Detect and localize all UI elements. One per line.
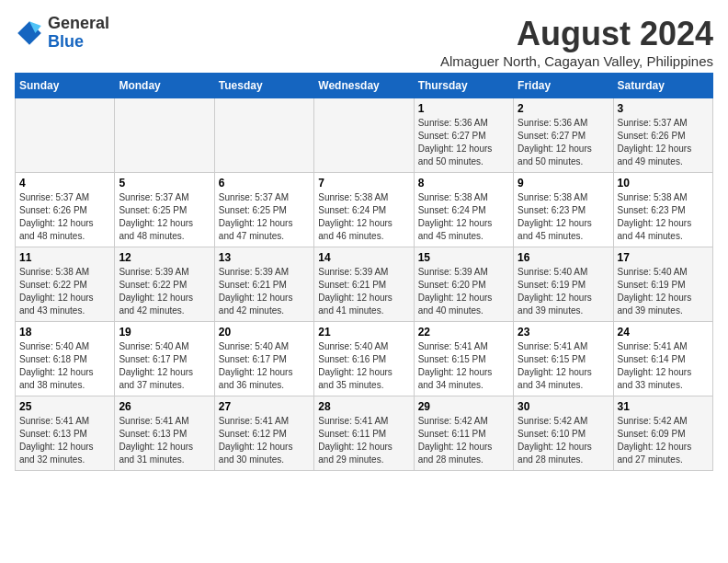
day-header-row: SundayMondayTuesdayWednesdayThursdayFrid…: [16, 74, 713, 98]
day-info: Sunrise: 5:37 AM Sunset: 6:26 PM Dayligh…: [19, 191, 110, 243]
day-info: Sunrise: 5:40 AM Sunset: 6:16 PM Dayligh…: [318, 340, 409, 392]
day-header-tuesday: Tuesday: [214, 74, 313, 98]
day-info: Sunrise: 5:40 AM Sunset: 6:17 PM Dayligh…: [119, 340, 210, 392]
day-cell: 23Sunrise: 5:41 AM Sunset: 6:15 PM Dayli…: [514, 322, 613, 396]
week-row-4: 18Sunrise: 5:40 AM Sunset: 6:18 PM Dayli…: [16, 322, 713, 396]
day-cell: 14Sunrise: 5:39 AM Sunset: 6:21 PM Dayli…: [314, 247, 414, 322]
day-cell: 7Sunrise: 5:38 AM Sunset: 6:24 PM Daylig…: [314, 173, 414, 247]
day-info: Sunrise: 5:40 AM Sunset: 6:19 PM Dayligh…: [618, 266, 709, 317]
day-info: Sunrise: 5:39 AM Sunset: 6:21 PM Dayligh…: [318, 266, 409, 317]
day-cell: 1Sunrise: 5:36 AM Sunset: 6:27 PM Daylig…: [414, 98, 513, 173]
day-number: 4: [19, 177, 110, 190]
logo: General Blue: [15, 15, 109, 52]
day-number: 11: [19, 251, 110, 264]
day-cell: 17Sunrise: 5:40 AM Sunset: 6:19 PM Dayli…: [613, 247, 712, 322]
day-number: 16: [518, 251, 609, 264]
day-number: 26: [119, 400, 210, 413]
day-info: Sunrise: 5:39 AM Sunset: 6:22 PM Dayligh…: [119, 266, 210, 317]
day-info: Sunrise: 5:41 AM Sunset: 6:13 PM Dayligh…: [19, 415, 110, 466]
day-number: 6: [219, 177, 310, 190]
day-header-thursday: Thursday: [414, 74, 513, 98]
day-number: 12: [119, 251, 210, 264]
day-info: Sunrise: 5:39 AM Sunset: 6:21 PM Dayligh…: [219, 266, 310, 317]
day-info: Sunrise: 5:38 AM Sunset: 6:24 PM Dayligh…: [318, 191, 409, 243]
logo-icon: [15, 18, 44, 48]
day-number: 21: [318, 326, 409, 339]
day-number: 14: [318, 251, 409, 264]
day-number: 10: [618, 177, 709, 190]
day-info: Sunrise: 5:41 AM Sunset: 6:15 PM Dayligh…: [518, 340, 609, 392]
day-number: 27: [219, 400, 310, 413]
day-cell: 15Sunrise: 5:39 AM Sunset: 6:20 PM Dayli…: [414, 247, 513, 322]
day-info: Sunrise: 5:37 AM Sunset: 6:25 PM Dayligh…: [119, 191, 210, 243]
day-cell: 22Sunrise: 5:41 AM Sunset: 6:15 PM Dayli…: [414, 322, 513, 396]
day-number: 13: [219, 251, 310, 264]
day-info: Sunrise: 5:37 AM Sunset: 6:25 PM Dayligh…: [219, 191, 310, 243]
day-number: 20: [219, 326, 310, 339]
day-cell: 29Sunrise: 5:42 AM Sunset: 6:11 PM Dayli…: [414, 396, 513, 471]
day-info: Sunrise: 5:40 AM Sunset: 6:18 PM Dayligh…: [19, 340, 110, 392]
day-number: 9: [518, 177, 609, 190]
day-header-saturday: Saturday: [613, 74, 712, 98]
day-info: Sunrise: 5:41 AM Sunset: 6:12 PM Dayligh…: [219, 415, 310, 466]
day-header-wednesday: Wednesday: [314, 74, 414, 98]
day-number: 15: [418, 251, 509, 264]
day-number: 2: [518, 102, 609, 115]
day-number: 1: [418, 102, 509, 115]
day-header-sunday: Sunday: [16, 74, 115, 98]
day-number: 8: [418, 177, 509, 190]
day-info: Sunrise: 5:41 AM Sunset: 6:15 PM Dayligh…: [418, 340, 509, 392]
day-cell: [314, 98, 414, 173]
day-number: 31: [618, 400, 709, 413]
day-info: Sunrise: 5:36 AM Sunset: 6:27 PM Dayligh…: [518, 117, 609, 168]
day-info: Sunrise: 5:38 AM Sunset: 6:24 PM Dayligh…: [418, 191, 509, 243]
day-number: 19: [119, 326, 210, 339]
day-info: Sunrise: 5:36 AM Sunset: 6:27 PM Dayligh…: [418, 117, 509, 168]
day-info: Sunrise: 5:39 AM Sunset: 6:20 PM Dayligh…: [418, 266, 509, 317]
day-number: 18: [19, 326, 110, 339]
day-number: 17: [618, 251, 709, 264]
day-cell: [115, 98, 214, 173]
day-info: Sunrise: 5:40 AM Sunset: 6:19 PM Dayligh…: [518, 266, 609, 317]
day-cell: 21Sunrise: 5:40 AM Sunset: 6:16 PM Dayli…: [314, 322, 414, 396]
day-info: Sunrise: 5:40 AM Sunset: 6:17 PM Dayligh…: [219, 340, 310, 392]
logo-blue-text: Blue: [48, 33, 109, 52]
day-cell: 9Sunrise: 5:38 AM Sunset: 6:23 PM Daylig…: [514, 173, 613, 247]
week-row-1: 1Sunrise: 5:36 AM Sunset: 6:27 PM Daylig…: [16, 98, 713, 173]
day-number: 23: [518, 326, 609, 339]
day-info: Sunrise: 5:38 AM Sunset: 6:23 PM Dayligh…: [518, 191, 609, 243]
day-header-monday: Monday: [115, 74, 214, 98]
day-cell: 30Sunrise: 5:42 AM Sunset: 6:10 PM Dayli…: [514, 396, 613, 471]
day-info: Sunrise: 5:41 AM Sunset: 6:13 PM Dayligh…: [119, 415, 210, 466]
title-section: August 2024 Almaguer North, Cagayan Vall…: [440, 15, 713, 69]
day-cell: 11Sunrise: 5:38 AM Sunset: 6:22 PM Dayli…: [16, 247, 115, 322]
subtitle: Almaguer North, Cagayan Valley, Philippi…: [440, 53, 713, 69]
day-info: Sunrise: 5:42 AM Sunset: 6:10 PM Dayligh…: [518, 415, 609, 466]
day-info: Sunrise: 5:41 AM Sunset: 6:14 PM Dayligh…: [618, 340, 709, 392]
day-cell: 24Sunrise: 5:41 AM Sunset: 6:14 PM Dayli…: [613, 322, 712, 396]
week-row-3: 11Sunrise: 5:38 AM Sunset: 6:22 PM Dayli…: [16, 247, 713, 322]
day-cell: 16Sunrise: 5:40 AM Sunset: 6:19 PM Dayli…: [514, 247, 613, 322]
day-info: Sunrise: 5:41 AM Sunset: 6:11 PM Dayligh…: [318, 415, 409, 466]
day-number: 22: [418, 326, 509, 339]
day-cell: 4Sunrise: 5:37 AM Sunset: 6:26 PM Daylig…: [16, 173, 115, 247]
day-info: Sunrise: 5:42 AM Sunset: 6:11 PM Dayligh…: [418, 415, 509, 466]
day-cell: 2Sunrise: 5:36 AM Sunset: 6:27 PM Daylig…: [514, 98, 613, 173]
day-cell: 12Sunrise: 5:39 AM Sunset: 6:22 PM Dayli…: [115, 247, 214, 322]
day-info: Sunrise: 5:38 AM Sunset: 6:22 PM Dayligh…: [19, 266, 110, 317]
day-number: 24: [618, 326, 709, 339]
day-cell: [214, 98, 313, 173]
week-row-2: 4Sunrise: 5:37 AM Sunset: 6:26 PM Daylig…: [16, 173, 713, 247]
main-title: August 2024: [440, 15, 713, 53]
day-number: 30: [518, 400, 609, 413]
day-cell: 13Sunrise: 5:39 AM Sunset: 6:21 PM Dayli…: [214, 247, 313, 322]
day-cell: [16, 98, 115, 173]
day-cell: 8Sunrise: 5:38 AM Sunset: 6:24 PM Daylig…: [414, 173, 513, 247]
day-number: 25: [19, 400, 110, 413]
day-cell: 28Sunrise: 5:41 AM Sunset: 6:11 PM Dayli…: [314, 396, 414, 471]
day-cell: 25Sunrise: 5:41 AM Sunset: 6:13 PM Dayli…: [16, 396, 115, 471]
day-cell: 6Sunrise: 5:37 AM Sunset: 6:25 PM Daylig…: [214, 173, 313, 247]
calendar-table: SundayMondayTuesdayWednesdayThursdayFrid…: [15, 73, 713, 471]
day-number: 3: [618, 102, 709, 115]
day-number: 28: [318, 400, 409, 413]
